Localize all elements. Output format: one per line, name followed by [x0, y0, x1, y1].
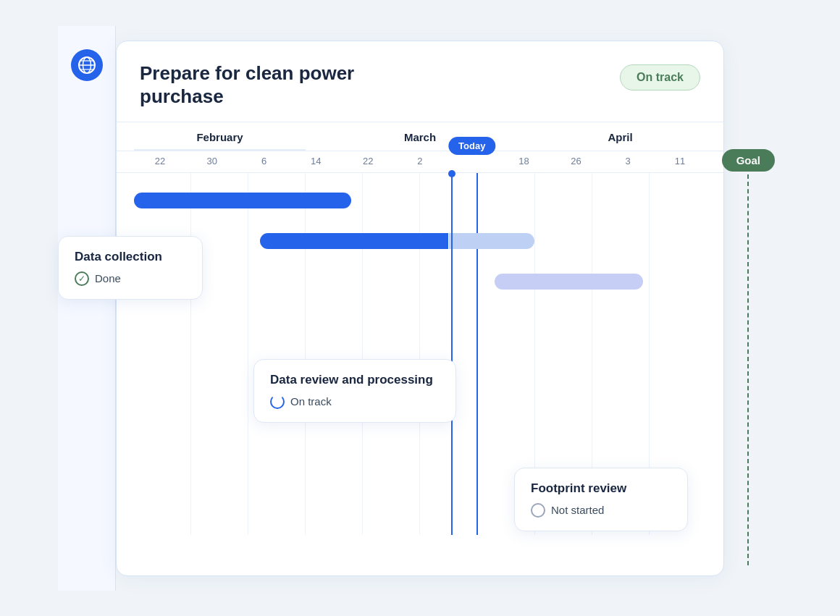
- done-icon: ✓: [75, 271, 89, 286]
- day-11: 11: [654, 156, 706, 166]
- day-14: 14: [290, 156, 342, 166]
- tooltip-data-collection-title: Data collection: [75, 250, 186, 264]
- notstarted-icon: [531, 503, 545, 518]
- day-30: 30: [186, 156, 238, 166]
- day-26: 26: [550, 156, 602, 166]
- goal-marker: Goal: [722, 149, 775, 565]
- tooltip-footprint-review-status: Not started: [531, 503, 671, 518]
- bar-data-collection: [134, 193, 351, 208]
- gantt-header: Prepare for clean power purchase On trac…: [117, 41, 723, 122]
- bar-data-review-solid: [260, 233, 449, 249]
- today-col: Today: [446, 156, 498, 166]
- progress-icon: [270, 395, 285, 409]
- today-vertical-line: [451, 173, 453, 535]
- bar-footprint-review: [495, 274, 643, 290]
- tooltip-footprint-review-title: Footprint review: [531, 481, 671, 496]
- month-march: March: [306, 131, 534, 151]
- today-badge: Today: [448, 137, 495, 155]
- done-label: Done: [95, 272, 121, 284]
- tooltip-data-collection: Data collection ✓ Done: [58, 236, 203, 300]
- today-dot: [448, 170, 455, 177]
- scene: Prepare for clean power purchase On trac…: [58, 26, 782, 591]
- tooltip-data-collection-status: ✓ Done: [75, 271, 186, 286]
- goal-badge: Goal: [722, 149, 775, 172]
- tooltip-footprint-review: Footprint review Not started: [514, 468, 688, 531]
- progress-label: On track: [290, 395, 332, 408]
- tooltip-data-review: Data review and processing On track: [253, 359, 456, 423]
- task-row-2: [134, 221, 706, 261]
- day-22b: 22: [342, 156, 394, 166]
- task-row-3: [134, 261, 706, 302]
- tooltip-data-review-title: Data review and processing: [270, 373, 440, 387]
- left-sidebar: [58, 26, 116, 591]
- task-row-1: [134, 180, 706, 221]
- goal-line: [747, 174, 749, 565]
- notstarted-label: Not started: [551, 504, 604, 516]
- day-22: 22: [134, 156, 186, 166]
- status-badge: On track: [620, 64, 700, 90]
- tooltip-data-review-status: On track: [270, 395, 440, 409]
- month-february: February: [134, 131, 306, 151]
- day-6: 6: [238, 156, 290, 166]
- bar-data-review-light: [449, 233, 535, 249]
- month-april: April: [534, 131, 706, 151]
- logo-icon: [71, 49, 103, 81]
- day-18: 18: [498, 156, 550, 166]
- day-3: 3: [602, 156, 654, 166]
- day-2: 2: [394, 156, 446, 166]
- page-title: Prepare for clean power purchase: [140, 62, 429, 109]
